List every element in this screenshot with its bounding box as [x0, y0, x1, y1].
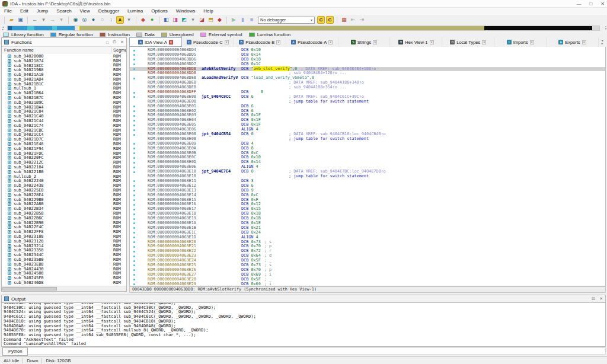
function-row[interactable]: fsub_94021C04ROM: [2, 110, 126, 114]
menu-options[interactable]: Options: [147, 8, 172, 15]
tab-exports[interactable]: EExports✕: [547, 37, 599, 47]
function-row[interactable]: fsub_94021BA4ROM: [2, 105, 126, 110]
function-row[interactable]: fsub_940228E4ROM: [2, 193, 126, 197]
output-close-icon[interactable]: ✕: [599, 296, 603, 301]
function-row[interactable]: fsub_94022B34ROM: [2, 206, 126, 211]
function-row[interactable]: fsub_94021874ROM: [2, 59, 126, 63]
function-row[interactable]: fsub_94021C74ROM: [2, 123, 126, 128]
function-row[interactable]: fsub_94022F4CROM: [2, 225, 126, 229]
function-row[interactable]: fsub_94021D7CROM: [2, 137, 126, 142]
stop-sign-icon[interactable]: ◆: [216, 16, 223, 24]
function-row[interactable]: fsub_9402344CROM: [2, 253, 126, 257]
function-row[interactable]: fsub_94021A10ROM: [2, 72, 126, 77]
functions-hscrollbar[interactable]: [2, 286, 126, 291]
unindent-icon[interactable]: ⇤: [349, 16, 357, 24]
lumina-icon[interactable]: ●: [148, 16, 156, 24]
indent-icon[interactable]: ⇥: [358, 16, 366, 24]
breakpoint-dot[interactable]: [133, 110, 135, 112]
function-row[interactable]: fsub_940220FCROM: [2, 156, 126, 161]
asm-row[interactable]: ROM:0000000094063DD5DCB 0x14: [130, 53, 605, 58]
command-input-strip[interactable]: [28, 347, 606, 355]
function-row[interactable]: fsub_94021968ROM: [2, 68, 126, 72]
tab-close-icon[interactable]: ✕: [430, 40, 434, 44]
asm-row[interactable]: ROM:0000000094063E18DCB 0x18: [130, 212, 605, 216]
function-row[interactable]: fsub_940225E0ROM: [2, 188, 126, 193]
breakpoint-dot[interactable]: [133, 260, 135, 262]
breakpoint-dot[interactable]: [133, 54, 135, 56]
breakpoint-dot[interactable]: [133, 232, 135, 234]
function-row[interactable]: fsub_94021B7CROM: [2, 95, 126, 100]
tab-close-icon[interactable]: ✕: [225, 40, 229, 44]
breakpoint-dot[interactable]: [133, 218, 135, 220]
python-tab[interactable]: Python: [2, 347, 28, 356]
breakpoint-dot[interactable]: [133, 264, 135, 266]
attach-terminal-icon[interactable]: C: [317, 16, 325, 24]
function-row[interactable]: fnullsub_2ROM: [2, 174, 126, 179]
asm-row[interactable]: ROM:0000000094063DE8; sub_9404A188+354↑o…: [130, 85, 605, 90]
navigate-back-dropdown[interactable]: ▾: [40, 16, 47, 24]
breakpoint-dot[interactable]: [133, 96, 135, 98]
asm-row[interactable]: ROM:0000000094063DE8; DATA XREF: sub_940…: [130, 81, 605, 85]
asm-row[interactable]: ROM:0000000094063E09DCB 4: [130, 142, 605, 146]
breakpoint-dot[interactable]: [133, 237, 135, 238]
function-row[interactable]: fsub_94023EB8ROM: [2, 262, 126, 267]
function-row[interactable]: fsub_940246D8ROM: [2, 280, 126, 285]
breakpoint-dot[interactable]: [133, 256, 135, 257]
asm-row[interactable]: ROM:0000000094063E10; jump table for swi…: [130, 174, 605, 179]
breakpoint-dot[interactable]: [133, 115, 135, 117]
breakpoint-dot[interactable]: [133, 152, 135, 154]
asm-row[interactable]: ROM:0000000094063E23DCB 0x64; d: [130, 254, 605, 258]
breakpoint-dot[interactable]: [133, 241, 135, 243]
function-row[interactable]: fsub_940235B0ROM: [2, 257, 126, 262]
function-row[interactable]: fsub_94021C44ROM: [2, 119, 126, 123]
breakpoint-dot[interactable]: [133, 148, 135, 149]
enums-icon[interactable]: ◨: [171, 16, 179, 24]
asm-row[interactable]: ROM:0000000094063E28DCB 0x5F; _: [130, 277, 605, 282]
asm-row[interactable]: ROM:0000000094063E0ADCB 8: [130, 146, 605, 151]
function-row[interactable]: fsub_94024508ROM: [2, 271, 126, 276]
tab-close-icon[interactable]: ✕: [169, 40, 173, 44]
asm-row[interactable]: ROM:0000000094063E24DCB 0x5F; _: [130, 258, 605, 263]
menu-search[interactable]: Search: [52, 8, 75, 15]
tab-close-icon[interactable]: ✕: [373, 40, 377, 44]
function-row[interactable]: fsub_94020000ROM: [2, 54, 126, 59]
address-navigation-band[interactable]: [7, 25, 600, 31]
menu-edit[interactable]: Edit: [16, 8, 33, 15]
tab-close-icon[interactable]: ✕: [328, 40, 333, 44]
asm-row[interactable]: ROM:0000000094063E1BDCB 0x21: [130, 226, 605, 231]
tab-overflow-arrows[interactable]: ◂▸: [599, 37, 606, 47]
navigate-back-icon[interactable]: ←: [31, 16, 39, 24]
text-label-icon[interactable]: A: [116, 16, 124, 24]
asm-row[interactable]: ROM:0000000094063E17DCB 0x15: [130, 207, 605, 212]
maximize-icon[interactable]: □: [589, 0, 592, 8]
asm-row[interactable]: ROM:0000000094063E22DCB 0x72; r: [130, 249, 605, 254]
tab-close-icon[interactable]: ✕: [276, 40, 280, 44]
breakpoint-dot[interactable]: [133, 68, 135, 70]
functions-column-header[interactable]: Function name Segment: [2, 47, 126, 53]
close-icon[interactable]: ✕: [600, 0, 605, 8]
function-row[interactable]: fsub_940221B0ROM: [2, 170, 126, 174]
function-row[interactable]: fsub_94022B90ROM: [2, 221, 126, 225]
asm-row[interactable]: ROM:0000000094063E0CDCB 0x10: [130, 155, 605, 160]
asm-row[interactable]: ROM:0000000094063E00; jump table for swi…: [130, 100, 605, 104]
types-icon[interactable]: ◩: [180, 16, 188, 24]
asm-row[interactable]: ROM:0000000094063E14DCB 0xC: [130, 193, 605, 198]
asm-row[interactable]: ROM:0000000094063E03DCB 0x1F: [130, 113, 605, 118]
refresh-icon[interactable]: ○: [98, 16, 106, 24]
asm-row[interactable]: ROM:0000000094063E27DCB 0x69; i: [130, 273, 605, 277]
tab-close-icon[interactable]: ✕: [482, 40, 486, 44]
save-icon[interactable]: ▣: [17, 16, 24, 24]
function-row[interactable]: fsub_940245F0ROM: [2, 276, 126, 280]
menu-lumina[interactable]: Lumina: [123, 8, 147, 15]
function-row[interactable]: fsub_94021F94ROM: [2, 146, 126, 151]
function-row[interactable]: fsub_94021B9CROM: [2, 100, 126, 105]
breakpoint-dot[interactable]: [133, 227, 135, 229]
function-row[interactable]: fsub_94024430ROM: [2, 267, 126, 272]
breakpoint-dot[interactable]: [133, 222, 135, 224]
breakpoint-dot[interactable]: [133, 283, 135, 285]
breakpoint-dot[interactable]: [133, 129, 135, 131]
asm-row[interactable]: ROM:0000000094063E19DCB 0x1B: [130, 216, 605, 221]
output-float-icon[interactable]: ⊡: [592, 296, 595, 301]
function-row[interactable]: fsub_94023214ROM: [2, 244, 126, 248]
asm-row[interactable]: ROM:0000000094063E20DCB 0x73; s: [130, 240, 605, 245]
